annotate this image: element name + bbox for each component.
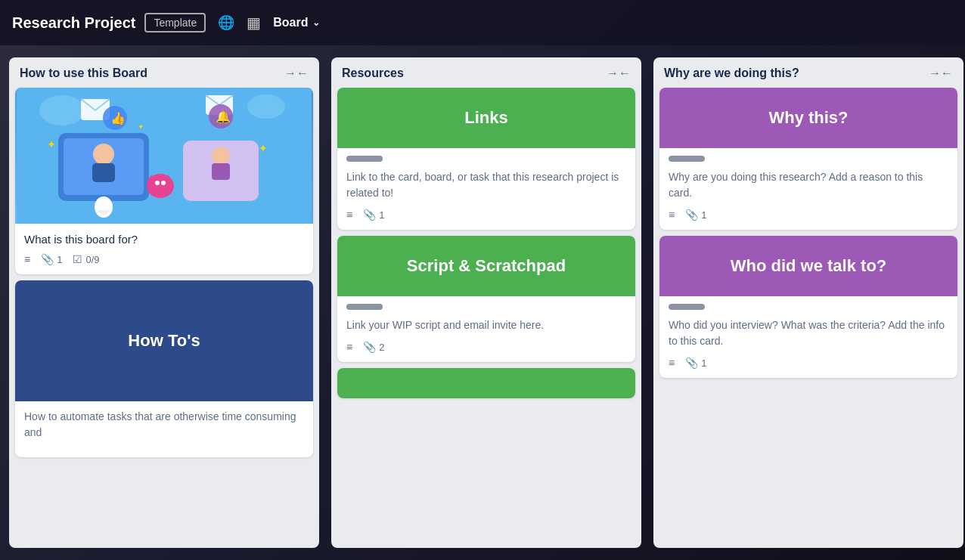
column-resources: Resources →← Links Link to the card, boa… <box>331 57 641 548</box>
card-cover-dark: How To's <box>15 280 313 401</box>
card-description-who: Who did you interview? What was the crit… <box>669 317 948 349</box>
meta-list-7: ≡ <box>669 357 675 369</box>
card-cover-why-this: Why this? <box>659 88 957 148</box>
column-actions-2[interactable]: →← <box>607 67 631 80</box>
column-header-2: Resources →← <box>331 57 641 88</box>
svg-rect-12 <box>92 163 115 182</box>
svg-point-19 <box>155 181 160 185</box>
list-icon: ≡ <box>24 253 30 265</box>
grid-icon[interactable]: ▦ <box>247 14 261 32</box>
meta-attachments-6: 📎 1 <box>685 209 706 221</box>
card-meta-3: ≡ 📎 1 <box>346 209 626 221</box>
meta-checklist-1: ☑ 0/9 <box>73 253 99 265</box>
card-cover-extra <box>337 368 635 398</box>
column-header-3: Why are we doing this? →← <box>653 57 963 88</box>
card-description-why: Why are you doing this research? Add a r… <box>669 169 948 201</box>
column-title-2: Resources <box>342 67 404 80</box>
expand-icon-2: →← <box>607 67 631 80</box>
description-tag-4 <box>346 304 383 310</box>
card-description-script: Link your WIP script and email invite he… <box>346 317 626 333</box>
card-script[interactable]: Script & Scratchpad Link your WIP script… <box>337 236 635 362</box>
attachment-count-3: 1 <box>379 209 384 221</box>
list-icon-7: ≡ <box>669 357 675 369</box>
meta-list-4: ≡ <box>346 341 352 353</box>
attachment-count-4: 2 <box>379 342 384 353</box>
column-actions-1[interactable]: →← <box>284 67 309 80</box>
card-body-4: Link your WIP script and email invite he… <box>337 296 635 362</box>
chevron-down-icon: ⌄ <box>312 17 320 28</box>
paperclip-icon-4: 📎 <box>363 341 376 353</box>
project-title: Research Project <box>12 14 135 32</box>
card-how-tos[interactable]: How To's How to automate tasks that are … <box>15 280 313 457</box>
card-what-is-board[interactable]: 👍 🔔 <box>15 88 313 274</box>
column-how-to-use: How to use this Board →← <box>9 57 319 548</box>
description-tag-6 <box>669 156 705 162</box>
card-who-talked[interactable]: Who did we talk to? Who did you intervie… <box>659 236 957 378</box>
card-body-7: Who did you interview? What was the crit… <box>659 296 957 378</box>
attachment-count-6: 1 <box>701 209 706 221</box>
meta-list-6: ≡ <box>669 209 675 221</box>
card-meta-7: ≡ 📎 1 <box>669 357 948 369</box>
column-scroll-1[interactable]: 👍 🔔 <box>9 88 319 548</box>
list-icon-4: ≡ <box>346 341 352 353</box>
card-cover-illustration: 👍 🔔 <box>15 88 313 224</box>
card-body-2: How to automate tasks that are otherwise… <box>15 401 313 457</box>
svg-point-2 <box>247 94 285 119</box>
illustration-svg: 👍 🔔 <box>15 88 313 224</box>
paperclip-icon-3: 📎 <box>363 209 376 221</box>
svg-rect-15 <box>212 163 230 180</box>
svg-text:✦: ✦ <box>259 142 268 154</box>
svg-point-11 <box>93 144 114 165</box>
svg-point-1 <box>39 95 85 125</box>
checklist-icon: ☑ <box>73 253 82 265</box>
app-header: Research Project Template 🌐 ▦ Board ⌄ <box>0 0 965 45</box>
card-cover-script: Script & Scratchpad <box>337 236 635 296</box>
meta-list-1: ≡ <box>24 253 30 265</box>
svg-point-20 <box>161 181 166 185</box>
description-tag-7 <box>669 304 705 310</box>
description-tag-3 <box>346 156 383 162</box>
svg-text:✦: ✦ <box>138 122 144 131</box>
card-extra-green[interactable] <box>337 368 635 398</box>
meta-list-3: ≡ <box>346 209 352 221</box>
board-area: How to use this Board →← <box>0 45 965 560</box>
card-cover-who-talked: Who did we talk to? <box>659 236 957 296</box>
board-label: Board <box>273 16 308 29</box>
svg-text:👍: 👍 <box>110 111 126 125</box>
column-why: Why are we doing this? →← Why this? Why … <box>653 57 963 548</box>
paperclip-icon-6: 📎 <box>685 209 698 221</box>
card-description-howtos: How to automate tasks that are otherwise… <box>24 409 304 441</box>
card-cover-title-who: Who did we talk to? <box>731 256 887 276</box>
card-title-1: What is this board for? <box>24 231 304 247</box>
card-why-this[interactable]: Why this? Why are you doing this researc… <box>659 88 957 230</box>
column-title-3: Why are we doing this? <box>664 67 799 80</box>
svg-text:🔔: 🔔 <box>216 110 231 124</box>
card-body-3: Link to the card, board, or task that th… <box>337 148 635 230</box>
globe-icon[interactable]: 🌐 <box>218 14 234 31</box>
expand-icon-3: →← <box>929 67 953 80</box>
checklist-count-1: 0/9 <box>85 254 99 265</box>
paperclip-icon-7: 📎 <box>685 357 698 369</box>
card-meta-6: ≡ 📎 1 <box>669 209 948 221</box>
card-cover-links: Links <box>337 88 635 148</box>
column-scroll-3[interactable]: Why this? Why are you doing this researc… <box>653 88 963 548</box>
template-badge[interactable]: Template <box>144 13 206 32</box>
card-cover-title-links: Links <box>464 108 507 128</box>
svg-text:✦: ✦ <box>47 138 56 150</box>
svg-point-14 <box>212 147 230 165</box>
card-cover-title-why: Why this? <box>768 108 848 128</box>
expand-icon: →← <box>284 67 309 80</box>
card-links[interactable]: Links Link to the card, board, or task t… <box>337 88 635 230</box>
card-body-1: What is this board for? ≡ 📎 1 ☑ 0/9 <box>15 224 313 274</box>
meta-attachments-7: 📎 1 <box>685 357 706 369</box>
meta-attachments-1: 📎 1 <box>41 253 62 265</box>
card-cover-title-script: Script & Scratchpad <box>407 256 566 276</box>
card-body-6: Why are you doing this research? Add a r… <box>659 148 957 230</box>
column-scroll-2[interactable]: Links Link to the card, board, or task t… <box>331 88 641 548</box>
list-icon-3: ≡ <box>346 209 352 221</box>
attachment-count-7: 1 <box>701 357 706 369</box>
board-button[interactable]: Board ⌄ <box>273 16 320 29</box>
column-actions-3[interactable]: →← <box>929 67 953 80</box>
paperclip-icon: 📎 <box>41 253 54 265</box>
list-icon-6: ≡ <box>669 209 675 221</box>
